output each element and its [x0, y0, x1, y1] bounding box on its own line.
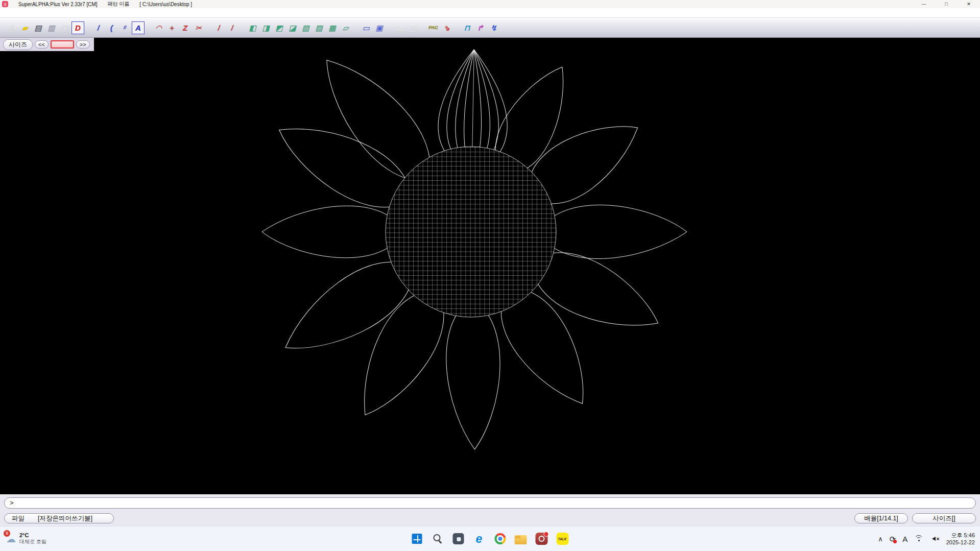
- frame-icon[interactable]: ▭: [393, 21, 406, 34]
- pattern-d-icon[interactable]: D: [71, 21, 84, 34]
- bend-arrow-tool-icon[interactable]: ↱: [474, 21, 487, 34]
- clock-time: 오후 5:46: [946, 532, 975, 539]
- size-value-box[interactable]: [51, 40, 74, 49]
- wifi-icon[interactable]: [914, 535, 923, 542]
- size-next-button[interactable]: >>: [76, 40, 90, 49]
- system-tray: ∧ ⟳ A × 오후 5:46 2025-12-22: [878, 532, 975, 546]
- size-status-pill[interactable]: 사이즈[]: [912, 513, 976, 523]
- text-tool-icon[interactable]: A: [132, 21, 145, 34]
- chrome-browser-icon[interactable]: [494, 533, 506, 544]
- pattern-merge-icon[interactable]: ▨: [313, 21, 325, 34]
- toolbar: ▯▰▤▥▢D/(//A◠+Z✂//◧◨◩◪▧▨▦▱▭▣▭◫PAC⇘⊓↱↯: [0, 18, 980, 38]
- frame-split-icon[interactable]: ◫: [407, 21, 419, 34]
- pattern-grid-icon[interactable]: ▦: [326, 21, 339, 34]
- print-icon[interactable]: ▥: [45, 21, 58, 34]
- size-prev-button[interactable]: <<: [35, 40, 49, 49]
- weather-cloud-icon: ☁ 9: [6, 534, 16, 544]
- pattern-copy-icon[interactable]: ◧: [246, 21, 259, 34]
- file-status-label: 파일: [12, 514, 25, 523]
- file-explorer-icon[interactable]: [514, 535, 527, 544]
- cross-mark-tool-icon[interactable]: +: [165, 21, 178, 34]
- pac-icon[interactable]: PAC: [427, 21, 440, 34]
- export-page-icon[interactable]: ▢: [58, 21, 71, 34]
- weather-condition: 대체로 흐림: [19, 538, 46, 545]
- scissors-icon[interactable]: ✂: [192, 21, 205, 34]
- maximize-button[interactable]: □: [935, 0, 958, 8]
- pattern-skew-icon[interactable]: ▱: [339, 21, 352, 34]
- command-prompt: >: [10, 499, 14, 507]
- sync-alert-dot: [893, 540, 897, 543]
- status-bar: 파일 [저장은띄어쓰기불] 배율[1/14.1] 사이즈[]: [0, 511, 980, 526]
- red-export-icon[interactable]: ⇘: [440, 21, 453, 34]
- line-tool-icon[interactable]: /: [92, 21, 105, 34]
- zigzag-arrow-tool-icon[interactable]: ↯: [487, 21, 500, 34]
- status-right-group: 배율[1/14.1] 사이즈[]: [854, 513, 976, 523]
- command-row: >: [0, 494, 980, 511]
- volume-muted-icon[interactable]: ×: [930, 536, 939, 542]
- parallel-line-tool-icon[interactable]: //: [118, 21, 131, 34]
- minimize-button[interactable]: —: [913, 0, 935, 8]
- file-status-pill[interactable]: 파일 [저장은띄어쓰기불]: [4, 513, 114, 523]
- layer-stack-icon[interactable]: ▣: [373, 21, 386, 34]
- tab-size[interactable]: 사이즈: [3, 39, 33, 50]
- task-view-button[interactable]: [452, 533, 464, 544]
- pattern-path: [ C:\Users\us\Desktop ]: [139, 2, 192, 7]
- ime-korean-icon[interactable]: A: [902, 535, 907, 543]
- pattern-name-label: 패턴 이름: [108, 1, 130, 8]
- application-window: α SuperALPHA:Plus Ver 2.33r7 [CM] 패턴 이름 …: [0, 0, 980, 526]
- kakaotalk-icon[interactable]: TALK: [556, 533, 568, 545]
- zigzag-tool-icon[interactable]: Z: [179, 21, 192, 34]
- edge-browser-icon[interactable]: e: [472, 532, 486, 545]
- command-input[interactable]: >: [4, 497, 976, 509]
- close-button[interactable]: ✕: [958, 0, 980, 8]
- open-folder-icon[interactable]: ▰: [18, 21, 31, 34]
- search-button[interactable]: [431, 532, 444, 545]
- start-button[interactable]: [412, 534, 422, 544]
- canvas-area[interactable]: 사이즈 << >>: [0, 38, 980, 494]
- new-file-icon[interactable]: ▯: [5, 21, 18, 34]
- sunflower-pattern-drawing: [0, 38, 980, 494]
- file-status-value: [저장은띄어쓰기불]: [38, 514, 92, 523]
- clock-date: 2025-12-22: [946, 539, 975, 546]
- clock[interactable]: 오후 5:46 2025-12-22: [946, 532, 975, 546]
- title-bar: α SuperALPHA:Plus Ver 2.33r7 [CM] 패턴 이름 …: [0, 0, 980, 8]
- pattern-copy2-icon[interactable]: ◨: [259, 21, 272, 34]
- layer-copy-icon[interactable]: ▭: [360, 21, 372, 34]
- window-controls: — □ ✕: [913, 0, 980, 8]
- taskbar-center-icons: eTALK: [412, 532, 568, 545]
- hidden-icons-chevron-icon[interactable]: ∧: [878, 536, 883, 542]
- windows-taskbar: ☁ 9 2°C 대체로 흐림 eTALK ∧ ⟳ A × 오후 5:46 202…: [0, 526, 980, 551]
- path-node-tool-icon[interactable]: ⊓: [461, 21, 473, 34]
- size-tab-strip: 사이즈 << >>: [0, 38, 94, 51]
- app-icon: α: [2, 1, 8, 7]
- pattern-left-icon[interactable]: ◩: [273, 21, 285, 34]
- weather-text: 2°C 대체로 흐림: [19, 532, 46, 545]
- save-file-icon[interactable]: ▤: [32, 21, 44, 34]
- arc-tool-icon[interactable]: ◠: [152, 21, 165, 34]
- pattern-piece-icon[interactable]: ▧: [299, 21, 312, 34]
- pattern-right-icon[interactable]: ◪: [286, 21, 299, 34]
- window-title: SuperALPHA:Plus Ver 2.33r7 [CM]: [18, 2, 98, 7]
- weather-widget[interactable]: ☁ 9 2°C 대체로 흐림: [0, 532, 46, 545]
- weather-temp: 2°C: [19, 532, 46, 538]
- sync-status-icon[interactable]: ⟳: [890, 535, 896, 543]
- notification-badge: 9: [4, 530, 10, 537]
- menu-bar: [0, 8, 980, 18]
- pen-slash-icon[interactable]: /: [212, 21, 225, 34]
- pen-slash2-icon[interactable]: /: [226, 21, 238, 34]
- curve-tool-icon[interactable]: (: [105, 21, 118, 34]
- red-app-icon[interactable]: [535, 533, 547, 545]
- zoom-ratio-pill[interactable]: 배율[1/14.1]: [854, 513, 908, 523]
